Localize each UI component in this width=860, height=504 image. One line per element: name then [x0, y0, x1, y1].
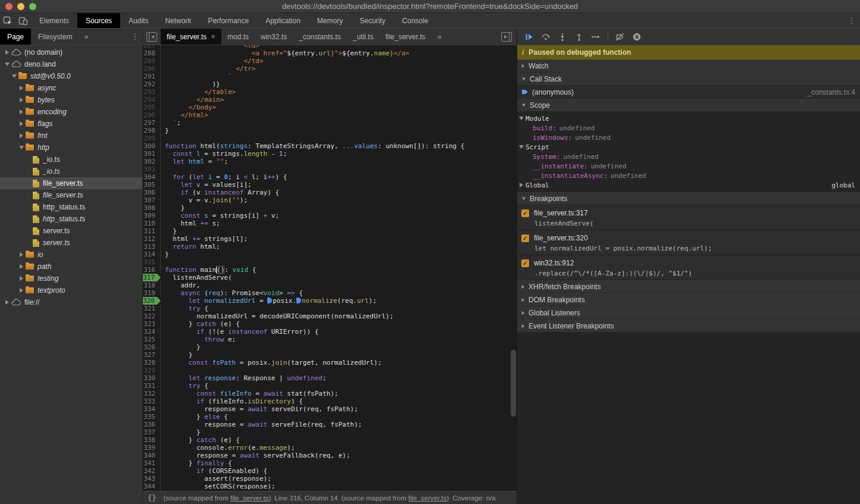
- code-text[interactable]: </tr>: [161, 65, 255, 73]
- hide-navigator-icon[interactable]: [146, 32, 157, 42]
- code-text[interactable]: html += s;: [161, 220, 220, 227]
- code-text[interactable]: }: [161, 251, 169, 258]
- line-number[interactable]: 308: [143, 204, 161, 212]
- scope-property[interactable]: build:undefined: [517, 123, 860, 133]
- section-breakpoints[interactable]: Breakpoints: [517, 192, 860, 205]
- code-text[interactable]: `;: [161, 119, 181, 127]
- chevron-right-icon[interactable]: [18, 288, 24, 293]
- tab-memory[interactable]: Memory: [309, 13, 351, 28]
- line-number[interactable]: 318: [143, 281, 161, 289]
- code-text[interactable]: }: [161, 351, 192, 359]
- line-number[interactable]: 336: [143, 421, 161, 428]
- section-event-listener-breakpoints[interactable]: Event Listener Breakpoints: [517, 320, 860, 333]
- line-number[interactable]: 322: [143, 312, 161, 320]
- line-number[interactable]: 298: [143, 127, 161, 134]
- line-number[interactable]: 343: [143, 475, 161, 483]
- deactivate-breakpoints-button[interactable]: [615, 32, 625, 42]
- line-number[interactable]: 326: [143, 343, 161, 351]
- tree-item-testing[interactable]: testing: [0, 273, 142, 284]
- line-number[interactable]: 315: [143, 258, 161, 266]
- code-text[interactable]: setCORS(response);: [161, 483, 275, 490]
- inspect-element-icon[interactable]: [0, 13, 15, 28]
- section-dom-breakpoints[interactable]: DOM Breakpoints: [517, 293, 860, 306]
- line-number[interactable]: 334: [143, 405, 161, 413]
- tree-item-file-server-ts[interactable]: file_server.ts: [0, 189, 142, 201]
- scope-group-module[interactable]: Module: [517, 114, 860, 123]
- code-text[interactable]: </body>: [161, 104, 216, 111]
- editor-tab-file-server-ts[interactable]: file_server.ts: [379, 29, 431, 45]
- step-over-button[interactable]: [541, 32, 551, 42]
- code-text[interactable]: } catch (e) {: [161, 436, 240, 444]
- code-editor[interactable]: 287 <td>288 <a href="${entry.url}">${ent…: [143, 45, 517, 491]
- tab-performance[interactable]: Performance: [199, 13, 257, 28]
- line-number[interactable]: 331: [143, 382, 161, 390]
- chevron-down-icon[interactable]: [4, 62, 10, 66]
- chevron-down-icon[interactable]: [11, 74, 17, 78]
- code-text[interactable]: const fileInfo = await stat(fsPath);: [161, 390, 338, 397]
- tab-elements[interactable]: Elements: [31, 13, 77, 28]
- line-number[interactable]: 319: [143, 289, 161, 297]
- editor-tab-file-server-ts[interactable]: file_server.ts×: [161, 29, 221, 45]
- section-xhr-breakpoints[interactable]: XHR/fetch Breakpoints: [517, 280, 860, 293]
- chevron-right-icon[interactable]: [18, 276, 24, 281]
- main-menu-icon[interactable]: ⋮: [845, 13, 859, 28]
- chevron-right-icon[interactable]: [18, 133, 24, 138]
- device-toolbar-icon[interactable]: [15, 13, 31, 28]
- code-text[interactable]: } catch (e) {: [161, 320, 240, 328]
- code-text[interactable]: if (v instanceof Array) {: [161, 189, 279, 196]
- section-call-stack[interactable]: Call Stack: [517, 73, 860, 86]
- line-number[interactable]: 328: [143, 359, 161, 367]
- source-map-link[interactable]: file_server.ts: [230, 494, 269, 502]
- code-text[interactable]: if (!(e instanceof URIError)) {: [161, 328, 318, 336]
- tree-item-async[interactable]: async: [0, 82, 142, 94]
- line-number[interactable]: 299: [143, 134, 161, 142]
- line-number[interactable]: 313: [143, 243, 161, 251]
- chevron-down-icon[interactable]: [18, 146, 24, 149]
- tree-item--io-ts[interactable]: _io.ts: [0, 154, 142, 165]
- code-text[interactable]: }: [161, 227, 177, 235]
- source-map-link-2[interactable]: file_server.ts: [408, 494, 447, 502]
- tree-item--no-domain-[interactable]: (no domain): [0, 46, 142, 58]
- section-global-listeners[interactable]: Global Listeners: [517, 306, 860, 320]
- hide-debugger-icon[interactable]: [501, 32, 512, 42]
- code-text[interactable]: addr,: [161, 281, 201, 289]
- code-text[interactable]: try {: [161, 382, 208, 390]
- tree-item-server-ts[interactable]: server.ts: [0, 225, 142, 237]
- code-text[interactable]: let response: Response | undefined;: [161, 374, 327, 382]
- breakpoint-marker[interactable]: 317: [143, 274, 161, 281]
- breakpoint-entry[interactable]: ✓win32.ts:912.replace(/^\/*([A-Za-z]:)(\…: [517, 255, 860, 280]
- code-text[interactable]: [161, 165, 165, 173]
- code-text[interactable]: function main(): void {: [161, 266, 256, 274]
- tab-sources[interactable]: Sources: [77, 13, 120, 28]
- call-stack-frame[interactable]: (anonymous) _constants.ts:4: [517, 86, 860, 99]
- tree-item-http-status-ts[interactable]: http_status.ts: [0, 201, 142, 213]
- tree-item-server-ts[interactable]: server.ts: [0, 237, 142, 249]
- line-number[interactable]: 332: [143, 390, 161, 397]
- code-text[interactable]: try {: [161, 305, 208, 312]
- line-number[interactable]: 310: [143, 220, 161, 227]
- tree-item-fmt[interactable]: fmt: [0, 130, 142, 142]
- code-text[interactable]: } finally {: [161, 459, 232, 467]
- line-number[interactable]: 305: [143, 181, 161, 189]
- code-text[interactable]: normalizedUrl = decodeURIComponent(norma…: [161, 312, 393, 320]
- editor-tab--constants-ts[interactable]: _constants.ts: [293, 29, 347, 45]
- line-number[interactable]: 340: [143, 452, 161, 459]
- line-number[interactable]: 327: [143, 351, 161, 359]
- code-text[interactable]: console.error(e.message);: [161, 444, 295, 452]
- line-number[interactable]: 303: [143, 165, 161, 173]
- editor-scrollbar[interactable]: [511, 350, 516, 417]
- code-text[interactable]: let v = values[i];: [161, 181, 252, 189]
- code-text[interactable]: let normalizedUrl = posix.normalize(req.…: [161, 297, 377, 305]
- code-text[interactable]: response = await serveDir(req, fsPath);: [161, 405, 358, 413]
- tab-application[interactable]: Application: [257, 13, 309, 28]
- line-number[interactable]: 333: [143, 397, 161, 405]
- code-text[interactable]: assert(response);: [161, 475, 271, 483]
- code-text[interactable]: </html>: [161, 111, 208, 119]
- tree-item-io[interactable]: io: [0, 249, 142, 261]
- chevron-right-icon[interactable]: [18, 98, 24, 102]
- tree-item-std-v0-50-0[interactable]: std@v0.50.0: [0, 70, 142, 82]
- chevron-right-icon[interactable]: [18, 86, 24, 90]
- code-text[interactable]: [161, 134, 165, 142]
- code-text[interactable]: <td>: [161, 45, 259, 49]
- line-number[interactable]: 289: [143, 57, 161, 65]
